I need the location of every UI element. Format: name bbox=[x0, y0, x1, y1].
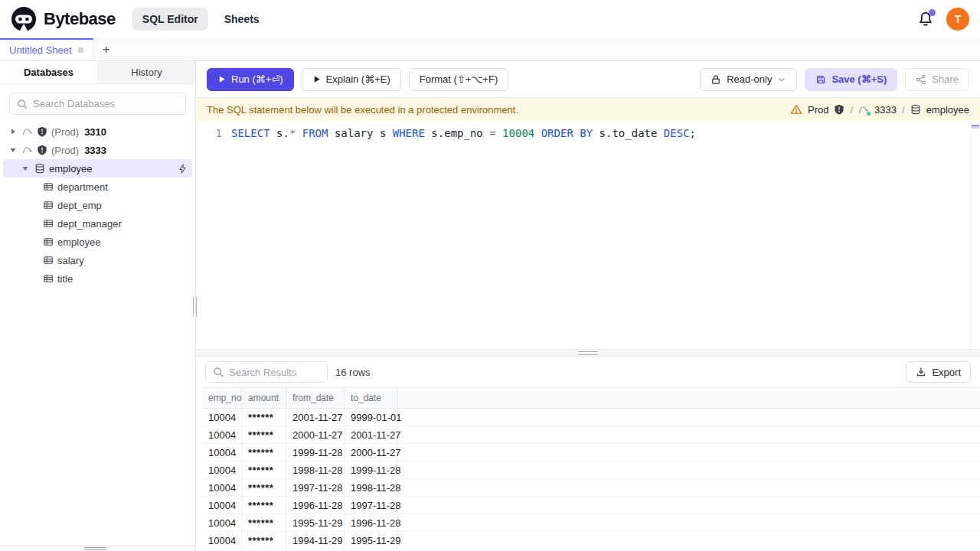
row-filler bbox=[398, 479, 980, 496]
tree-table-item[interactable]: dept_manager bbox=[3, 214, 192, 233]
unsaved-indicator bbox=[78, 47, 83, 53]
sidebar-bottom-scrollbar[interactable] bbox=[0, 546, 195, 551]
sidebar: Databases History bbox=[0, 61, 196, 551]
table-icon bbox=[43, 200, 54, 210]
table-cell[interactable]: ****** bbox=[242, 409, 286, 425]
breadcrumb-instance[interactable]: 3333 bbox=[874, 104, 897, 116]
table-row[interactable]: 10004******2000-11-272001-11-27 bbox=[202, 426, 980, 444]
table-cell[interactable]: 9999-01-01 bbox=[345, 409, 398, 425]
table-cell[interactable]: ****** bbox=[242, 461, 286, 478]
caret-right-icon[interactable] bbox=[8, 126, 18, 137]
table-row[interactable]: 10004******1996-11-281997-11-28 bbox=[202, 497, 980, 514]
table-cell[interactable]: 1996-11-28 bbox=[286, 497, 345, 514]
notifications-button[interactable] bbox=[917, 11, 934, 28]
table-cell[interactable]: 2001-11-27 bbox=[345, 426, 398, 443]
results-resize-handle[interactable] bbox=[196, 349, 980, 357]
brand-name: Bytebase bbox=[44, 9, 116, 29]
table-row[interactable]: 10004******2001-11-279999-01-01 bbox=[202, 409, 980, 426]
tree-table-item[interactable]: title bbox=[3, 269, 192, 288]
row-filler bbox=[398, 461, 980, 478]
add-sheet-tab-button[interactable]: + bbox=[93, 38, 119, 60]
table-cell[interactable]: 2000-11-27 bbox=[345, 444, 398, 461]
table-row[interactable]: 10004******1995-11-291996-11-28 bbox=[202, 514, 980, 532]
table-cell[interactable]: 10004 bbox=[202, 461, 242, 478]
run-button[interactable]: Run (⌘+⏎) bbox=[207, 68, 294, 91]
share-icon bbox=[916, 74, 926, 85]
table-cell[interactable]: 1996-11-28 bbox=[345, 514, 398, 531]
search-databases-input[interactable] bbox=[33, 98, 178, 109]
table-cell[interactable]: ****** bbox=[242, 532, 286, 549]
table-cell[interactable]: 1995-11-29 bbox=[345, 532, 398, 549]
avatar[interactable]: T bbox=[946, 8, 969, 31]
table-name: dept_manager bbox=[57, 218, 122, 230]
table-cell[interactable]: 2001-11-27 bbox=[286, 409, 345, 425]
header-right: T bbox=[917, 8, 969, 31]
sql-token: s.emp_no bbox=[425, 127, 489, 139]
readonly-mode-select[interactable]: Read-only bbox=[700, 68, 797, 91]
save-button[interactable]: Save (⌘+S) bbox=[805, 68, 897, 91]
column-header[interactable]: from_date bbox=[286, 388, 345, 408]
tab-databases[interactable]: Databases bbox=[0, 61, 98, 83]
column-header[interactable]: emp_no bbox=[202, 388, 242, 408]
caret-down-icon[interactable] bbox=[8, 145, 18, 155]
table-row[interactable]: 10004******1994-11-291995-11-29 bbox=[202, 532, 980, 549]
table-row[interactable]: 10004******1997-11-281998-11-28 bbox=[202, 479, 980, 497]
breadcrumb-separator: / bbox=[902, 104, 905, 116]
tree-instance-3310[interactable]: (Prod) 3310 bbox=[3, 122, 192, 141]
bolt-icon[interactable] bbox=[178, 164, 188, 174]
table-cell[interactable]: 10004 bbox=[202, 514, 242, 531]
notification-badge bbox=[929, 9, 936, 16]
tree-table-item[interactable]: salary bbox=[3, 251, 192, 269]
tab-history[interactable]: History bbox=[98, 61, 195, 83]
table-cell[interactable]: 10004 bbox=[202, 479, 242, 496]
search-results-input[interactable] bbox=[229, 367, 320, 378]
tree-instance-3333[interactable]: (Prod) 3333 bbox=[3, 141, 192, 159]
tree-table-item[interactable]: employee bbox=[3, 233, 192, 251]
table-cell[interactable]: ****** bbox=[242, 479, 286, 496]
table-cell[interactable]: ****** bbox=[242, 514, 286, 531]
sheet-tab-untitled[interactable]: Untitled Sheet bbox=[0, 38, 93, 60]
table-cell[interactable]: 2000-11-27 bbox=[286, 426, 345, 443]
nav-sql-editor[interactable]: SQL Editor bbox=[132, 8, 208, 31]
table-cell[interactable]: ****** bbox=[242, 426, 286, 443]
sidebar-resize-handle[interactable] bbox=[193, 297, 197, 317]
drag-handle[interactable] bbox=[84, 547, 106, 550]
bytebase-logo[interactable]: Bytebase bbox=[11, 6, 116, 32]
table-row[interactable]: 10004******1998-11-281999-11-28 bbox=[202, 461, 980, 479]
table-cell[interactable]: 1997-11-28 bbox=[286, 479, 345, 496]
table-cell[interactable]: 10004 bbox=[202, 532, 242, 549]
breadcrumb-database[interactable]: employee bbox=[926, 104, 969, 116]
table-cell[interactable]: 10004 bbox=[202, 426, 242, 443]
tree-database-employee[interactable]: employee bbox=[3, 159, 192, 178]
table-cell[interactable]: 1998-11-28 bbox=[345, 479, 398, 496]
table-icon bbox=[43, 181, 54, 192]
tree-table-item[interactable]: department bbox=[3, 178, 192, 196]
format-button[interactable]: Format (⇧+⌥+F) bbox=[409, 68, 508, 91]
table-cell[interactable]: 1999-11-28 bbox=[345, 461, 398, 478]
column-header[interactable]: to_date bbox=[345, 388, 398, 408]
table-cell[interactable]: 10004 bbox=[202, 409, 242, 425]
table-cell[interactable]: ****** bbox=[242, 497, 286, 514]
environment-label: Prod bbox=[808, 104, 828, 116]
explain-button[interactable]: Explain (⌘+E) bbox=[302, 68, 401, 91]
table-row[interactable]: 10004******1999-11-282000-11-27 bbox=[202, 444, 980, 461]
download-icon bbox=[916, 367, 926, 377]
table-cell[interactable]: 1997-11-28 bbox=[345, 497, 398, 514]
caret-down-icon[interactable] bbox=[20, 163, 31, 174]
table-cell[interactable]: 1995-11-29 bbox=[286, 514, 345, 531]
sql-editor[interactable]: 1 SELECT s.* FROM salary s WHERE s.emp_n… bbox=[196, 121, 980, 349]
export-button[interactable]: Export bbox=[906, 361, 971, 383]
table-cell[interactable]: 10004 bbox=[202, 444, 242, 461]
tree-table-item[interactable]: dept_emp bbox=[3, 196, 192, 214]
editor-overview-ruler[interactable] bbox=[971, 121, 980, 349]
table-cell[interactable]: 10004 bbox=[202, 497, 242, 514]
table-cell[interactable]: 1999-11-28 bbox=[286, 444, 345, 461]
column-header[interactable]: amount bbox=[242, 388, 286, 408]
nav-sheets[interactable]: Sheets bbox=[214, 8, 270, 31]
toolbar-right: Read-only Save (⌘+ bbox=[700, 68, 969, 91]
table-cell[interactable]: 1994-11-29 bbox=[286, 532, 345, 549]
table-cell[interactable]: ****** bbox=[242, 444, 286, 461]
share-button[interactable]: Share bbox=[905, 68, 969, 91]
row-filler bbox=[398, 444, 980, 461]
table-cell[interactable]: 1998-11-28 bbox=[286, 461, 345, 478]
